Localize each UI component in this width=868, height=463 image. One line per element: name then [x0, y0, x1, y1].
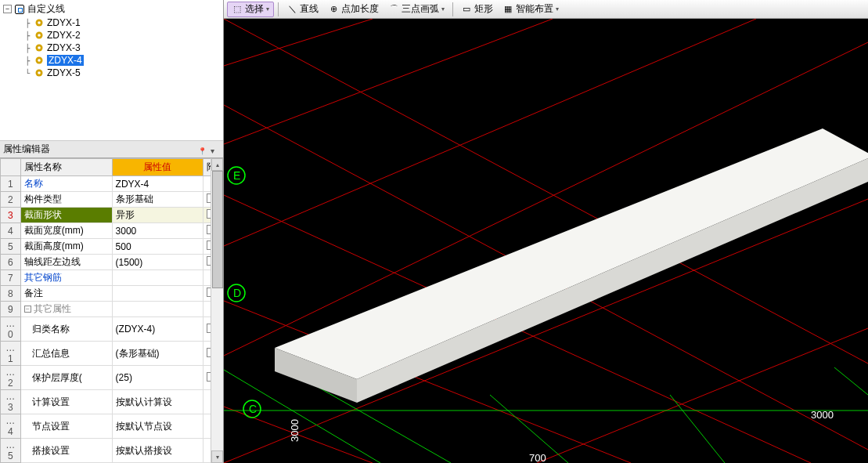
smart-layout-label: 智能布置 [516, 2, 553, 16]
property-row[interactable]: …5搭接设置按默认搭接设 [1, 439, 223, 463]
property-value-cell[interactable]: 异形 [112, 208, 203, 223]
tree-panel: − 自定义线 ├ ZDYX-1 ├ ZDYX-2 ├ ZDYX- [0, 0, 223, 141]
scroll-thumb[interactable] [212, 171, 223, 288]
pin-icon[interactable] [198, 145, 207, 154]
axis-label-c: C [249, 403, 257, 415]
viewport-3d[interactable]: E D C 3000 3000 700 [224, 19, 868, 463]
line-icon: ＼ [286, 4, 297, 15]
tree-item[interactable]: ├ ZDYX-3 [3, 42, 220, 54]
property-name-cell: 轴线距左边线 [20, 255, 112, 270]
chevron-down-icon[interactable]: ▾ [266, 5, 269, 13]
property-name-cell: 其它钢筋 [20, 270, 112, 286]
property-row[interactable]: …4节点设置按默认节点设 [1, 414, 223, 439]
tree-item-selected[interactable]: ├ ZDYX-4 [3, 54, 220, 67]
property-name-cell: 计算设置 [20, 390, 112, 414]
svg-point-9 [38, 71, 41, 74]
tree-item[interactable]: └ ZDYX-5 [3, 67, 220, 79]
tree-connector: └ [25, 69, 34, 78]
property-name-cell: 截面形状 [20, 208, 112, 223]
chevron-down-icon[interactable]: ▾ [556, 5, 559, 13]
property-row[interactable]: 3截面形状异形 [1, 208, 223, 223]
rect-icon: ▭ [461, 4, 472, 15]
select-label: 选择 [245, 2, 264, 16]
tree-root-node[interactable]: − 自定义线 [3, 2, 220, 16]
property-name-cell: 构件类型 [20, 192, 112, 208]
property-row[interactable]: 1名称ZDYX-4 [1, 176, 223, 192]
property-row[interactable]: …2保护层厚度((25) [1, 366, 223, 390]
dropdown-icon[interactable] [211, 145, 220, 154]
property-name-cell: 搭接设置 [20, 439, 112, 463]
property-value-cell[interactable]: (1500) [112, 255, 203, 270]
tree-item[interactable]: ├ ZDYX-2 [3, 29, 220, 42]
scroll-up-icon[interactable]: ▴ [211, 158, 223, 171]
property-row[interactable]: 8备注 [1, 286, 223, 302]
arc-button[interactable]: ⌒ 三点画弧 ▾ [384, 2, 448, 17]
property-value-cell[interactable]: 500 [112, 239, 203, 255]
row-number: …0 [1, 317, 21, 342]
svg-line-16 [224, 19, 553, 144]
property-value-cell[interactable]: (条形基础) [112, 342, 203, 366]
add-length-button[interactable]: ⊕ 点加长度 [324, 2, 383, 17]
tree-item-label: ZDYX-3 [47, 42, 81, 53]
axis-label-e: E [233, 169, 240, 182]
collapse-icon[interactable]: − [3, 5, 12, 13]
chevron-down-icon[interactable]: ▾ [441, 5, 445, 13]
tree-connector: ├ [25, 44, 34, 52]
property-value-cell[interactable] [112, 286, 203, 302]
cursor-icon: ⬚ [232, 4, 243, 15]
property-row[interactable]: 5截面高度(mm)500 [1, 239, 223, 255]
svg-line-26 [834, 367, 868, 395]
property-value-cell[interactable] [112, 270, 203, 286]
dim-700: 700 [529, 452, 546, 463]
svg-line-25 [670, 395, 725, 463]
toolbar: ⬚ 选择 ▾ ＼ 直线 ⊕ 点加长度 ⌒ 三点画弧 ▾ ▭ 矩形 [224, 0, 868, 19]
line-button[interactable]: ＼ 直线 [283, 2, 322, 17]
line-label: 直线 [300, 2, 319, 16]
property-value-cell[interactable]: 按默认搭接设 [112, 439, 203, 463]
property-name-cell: 备注 [20, 286, 112, 302]
property-name-cell: 归类名称 [20, 317, 112, 342]
property-value-cell[interactable]: 按默认计算设 [112, 390, 203, 414]
property-row[interactable]: …3计算设置按默认计算设 [1, 390, 223, 414]
property-value-cell[interactable] [112, 302, 203, 317]
property-name-cell: 截面高度(mm) [20, 239, 112, 255]
svg-point-3 [38, 34, 41, 37]
rect-button[interactable]: ▭ 矩形 [457, 2, 497, 17]
property-row[interactable]: …0归类名称(ZDYX-4) [1, 317, 223, 342]
property-value-cell[interactable]: 条形基础 [112, 192, 203, 208]
grid-icon: ▦ [502, 4, 513, 15]
tree-connector: ├ [25, 31, 34, 40]
tree-item[interactable]: ├ ZDYX-1 [3, 16, 220, 29]
property-value-cell[interactable]: ZDYX-4 [112, 176, 203, 192]
property-row[interactable]: 7其它钢筋 [1, 270, 223, 286]
property-value-cell[interactable]: 按默认节点设 [112, 414, 203, 439]
row-number: …5 [1, 439, 21, 463]
property-value-cell[interactable]: 3000 [112, 223, 203, 239]
property-row[interactable]: …1汇总信息(条形基础) [1, 342, 223, 366]
property-row[interactable]: 4截面宽度(mm)3000 [1, 223, 223, 239]
select-button[interactable]: ⬚ 选择 ▾ [227, 2, 274, 17]
property-row[interactable]: 6轴线距左边线(1500) [1, 255, 223, 270]
scroll-down-icon[interactable]: ▾ [211, 450, 223, 463]
tree-connector: ├ [25, 56, 34, 65]
tree-item-label: ZDYX-2 [47, 30, 81, 41]
axis-label-d: D [233, 287, 241, 299]
smart-layout-button[interactable]: ▦ 智能布置 ▾ [499, 2, 563, 17]
property-value-cell[interactable]: (25) [112, 366, 203, 390]
property-row[interactable]: 9−其它属性 [1, 302, 223, 317]
scrollbar[interactable]: ▴ ▾ [211, 158, 223, 463]
collapse-icon[interactable]: − [24, 306, 31, 313]
property-panel-title: 属性编辑器 [3, 143, 50, 156]
svg-point-1 [38, 21, 41, 24]
property-name-cell: −其它属性 [20, 302, 112, 317]
tree-item-label: ZDYX-1 [47, 17, 81, 28]
row-number: …4 [1, 414, 21, 439]
plus-circle-icon: ⊕ [328, 4, 339, 15]
add-length-label: 点加长度 [341, 2, 379, 16]
row-number: 3 [1, 208, 21, 223]
svg-line-20 [537, 328, 868, 463]
property-row[interactable]: 2构件类型条形基础 [1, 192, 223, 208]
property-name-cell: 汇总信息 [20, 342, 112, 366]
row-num-header [1, 159, 21, 176]
property-value-cell[interactable]: (ZDYX-4) [112, 317, 203, 342]
